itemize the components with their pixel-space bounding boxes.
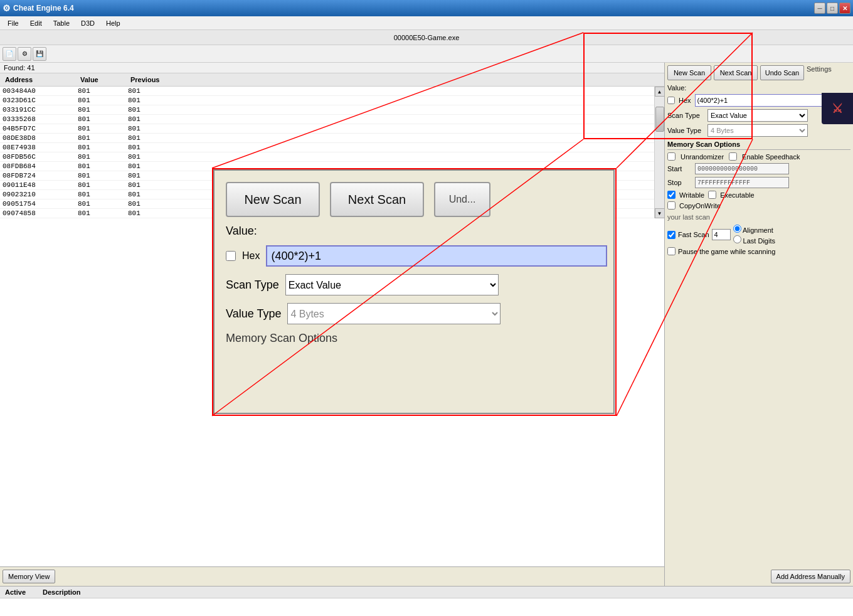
stop-input[interactable]: [695, 177, 789, 188]
lastdigits-radio-label[interactable]: Last Digits: [733, 235, 775, 245]
scroll-up-arrow[interactable]: ▲: [655, 87, 665, 97]
zoom-dialog: New Scan Next Scan Und... Value: Hex Sca…: [213, 169, 615, 414]
pause-game-checkbox[interactable]: [667, 247, 676, 255]
zoom-value-label: Value:: [226, 225, 257, 238]
memory-view-button[interactable]: Memory View: [3, 570, 55, 583]
fast-scan-checkbox[interactable]: [667, 231, 676, 239]
radio-group: Alignment Last Digits: [733, 225, 775, 245]
scroll-thumb[interactable]: [655, 107, 664, 132]
zoom-hex-value-row: Hex: [226, 245, 607, 267]
table-row[interactable]: 0323D61C 801 801: [0, 96, 654, 105]
cell-address: 08E74938: [0, 143, 75, 152]
zoom-scan-type-select[interactable]: Exact Value Bigger than... Smaller than.…: [285, 274, 499, 295]
scroll-down-arrow[interactable]: ▼: [655, 208, 665, 218]
settings-link[interactable]: Settings: [807, 65, 850, 80]
scan-type-select[interactable]: Exact Value Bigger than... Smaller than.…: [707, 109, 808, 122]
unrandomizer-label: Unrandomizer: [681, 153, 724, 161]
bottom-body[interactable]: [0, 598, 853, 616]
header-address: Address: [3, 75, 78, 85]
zoom-value-input[interactable]: [266, 245, 607, 267]
menu-edit[interactable]: Edit: [25, 18, 47, 28]
process-bar: 00000E50-Game.exe: [0, 30, 853, 45]
table-row[interactable]: 08FDB56C 801 801: [0, 152, 654, 162]
speedhack-checkbox[interactable]: [729, 152, 737, 161]
value-row: Value:: [667, 84, 850, 92]
bottom-area: Active Description: [0, 586, 853, 616]
cell-previous: 801: [125, 124, 654, 133]
menu-file[interactable]: File: [3, 18, 24, 28]
cell-value: 801: [75, 143, 125, 152]
toolbar-btn-1[interactable]: 📄: [3, 47, 16, 61]
cell-address: 003484A0: [0, 87, 75, 95]
menu-table[interactable]: Table: [48, 18, 75, 28]
cell-previous: 801: [125, 143, 654, 152]
memory-scan-label: Memory Scan Options: [667, 141, 850, 150]
title-bar: ⚙ Cheat Engine 6.4 ─ □ ✕: [0, 0, 853, 16]
speedhack-label: Enable Speedhack: [742, 153, 800, 161]
right-panel: ⚔ New Scan Next Scan Undo Scan Settings …: [665, 63, 853, 586]
pause-game-row: Pause the game while scanning: [667, 247, 850, 255]
header-previous: Previous: [128, 75, 662, 85]
zoom-scan-type-row: Scan Type Exact Value Bigger than... Sma…: [226, 274, 607, 295]
zoom-value-row: Value:: [226, 225, 607, 238]
cell-value: 801: [75, 124, 125, 133]
table-row[interactable]: 003484A0 801 801: [0, 87, 654, 96]
cell-value: 801: [75, 87, 125, 95]
bottom-left: Active Description: [0, 587, 853, 616]
add-address-button[interactable]: Add Address Manually: [771, 570, 850, 583]
table-row[interactable]: 03335268 801 801: [0, 115, 654, 124]
menu-d3d[interactable]: D3D: [76, 18, 100, 28]
menu-bar: File Edit Table D3D Help: [0, 16, 853, 30]
new-scan-button[interactable]: New Scan: [667, 65, 711, 80]
cell-value: 801: [75, 134, 125, 142]
copy-on-write-label: CopyOnWrite: [679, 202, 721, 210]
hex-checkbox[interactable]: [667, 97, 675, 104]
cell-address: 08DE38D8: [0, 134, 75, 142]
start-input[interactable]: [695, 163, 789, 174]
scan-buttons: New Scan Next Scan Undo Scan Settings: [667, 65, 850, 80]
executable-checkbox[interactable]: [708, 191, 716, 199]
undo-scan-button[interactable]: Undo Scan: [760, 65, 804, 80]
toolbar-btn-3[interactable]: 💾: [33, 47, 46, 61]
process-title: 00000E50-Game.exe: [394, 34, 460, 41]
toolbar-btn-2[interactable]: ⚙: [18, 47, 31, 61]
zoom-hex-checkbox[interactable]: [226, 251, 236, 261]
cell-address: 033191CC: [0, 105, 75, 114]
minimize-button[interactable]: ─: [814, 3, 825, 14]
zoom-value-type-select[interactable]: 4 Bytes: [287, 303, 501, 324]
stop-label: Stop: [667, 179, 692, 186]
toolbar: 📄 ⚙ 💾: [0, 45, 853, 63]
unrandomizer-row: Unrandomizer Enable Speedhack: [667, 152, 850, 161]
fast-scan-input[interactable]: [712, 229, 731, 240]
alignment-radio[interactable]: [733, 225, 741, 233]
add-address-row: Add Address Manually: [667, 570, 850, 583]
cell-value: 801: [75, 171, 125, 180]
table-row[interactable]: 08DE38D8 801 801: [0, 134, 654, 143]
zoom-next-scan-button[interactable]: Next Scan: [330, 182, 424, 217]
zoom-new-scan-button[interactable]: New Scan: [226, 182, 320, 217]
table-row[interactable]: 033191CC 801 801: [0, 105, 654, 115]
cell-address: 08FDB56C: [0, 152, 75, 161]
value-type-select[interactable]: 4 Bytes 1 Byte 2 Bytes 8 Bytes Float Dou…: [707, 124, 808, 137]
zoom-undo-button[interactable]: Und...: [434, 182, 490, 217]
cell-value: 801: [75, 152, 125, 161]
cell-value: 801: [75, 105, 125, 114]
menu-help[interactable]: Help: [101, 18, 125, 28]
copy-on-write-checkbox[interactable]: [667, 201, 676, 210]
cell-previous: 801: [125, 134, 654, 142]
alignment-radio-label[interactable]: Alignment: [733, 225, 775, 234]
table-row[interactable]: 08E74938 801 801: [0, 143, 654, 152]
cell-value: 801: [75, 181, 125, 189]
next-scan-button[interactable]: Next Scan: [714, 65, 758, 80]
table-scrollbar[interactable]: ▲ ▼: [654, 87, 664, 218]
cell-value: 801: [75, 190, 125, 199]
table-row[interactable]: 04B5FD7C 801 801: [0, 124, 654, 134]
writable-checkbox[interactable]: [667, 191, 676, 199]
scan-type-label: Scan Type: [667, 112, 705, 119]
close-button[interactable]: ✕: [839, 3, 850, 14]
writable-label: Writable: [679, 191, 704, 199]
unrandomizer-checkbox[interactable]: [667, 152, 676, 161]
maximize-button[interactable]: □: [827, 3, 838, 14]
lastdigits-radio[interactable]: [733, 235, 741, 243]
table-header: Address Value Previous: [0, 73, 664, 87]
